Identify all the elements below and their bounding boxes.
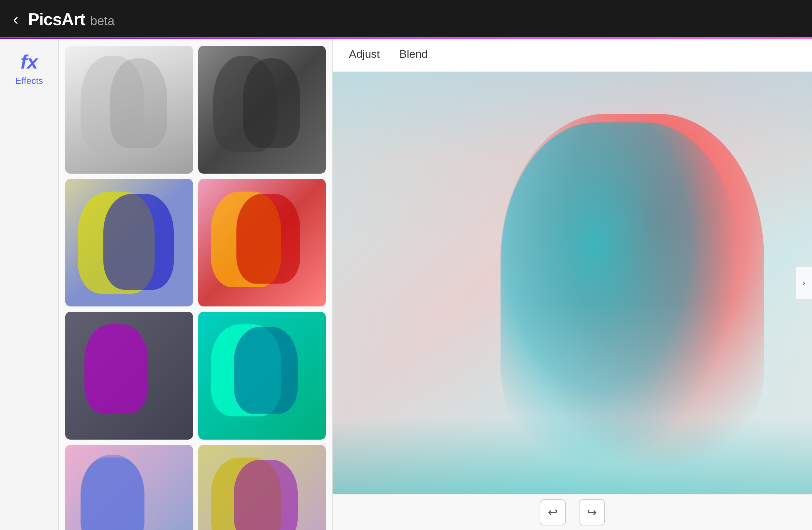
effects-label[interactable]: Effects: [15, 76, 43, 86]
filter-thumb-pink-blue[interactable]: [65, 445, 193, 530]
right-collapse-arrow[interactable]: ›: [796, 267, 812, 299]
app-header: ‹ PicsArt beta: [0, 0, 812, 39]
logo-text: PicsArt: [28, 10, 85, 29]
undo-button[interactable]: ↩: [540, 499, 566, 526]
tab-blend[interactable]: Blend: [400, 48, 428, 63]
filter-thumb-yellow-purple[interactable]: [198, 445, 326, 530]
redo-button[interactable]: ↪: [579, 499, 605, 526]
filter-grid: [65, 46, 326, 530]
sidebar: fx Effects: [0, 39, 59, 530]
tab-adjust[interactable]: Adjust: [349, 48, 380, 63]
filter-thumb-pink-red[interactable]: [198, 179, 326, 307]
main-container: fx Effects: [0, 39, 812, 530]
app-logo: PicsArt beta: [28, 10, 114, 29]
content-toolbar: Adjust Blend: [333, 39, 812, 72]
filter-thumb-bw[interactable]: [198, 46, 326, 173]
bottom-toolbar: ↩ ↪: [333, 494, 812, 530]
canvas-area: ›: [333, 72, 812, 494]
filter-thumb-cyan-green[interactable]: [198, 312, 326, 440]
filter-thumb-gray-purple[interactable]: [65, 312, 193, 440]
logo-beta: beta: [90, 14, 114, 28]
fx-icon[interactable]: fx: [20, 52, 38, 72]
filter-thumb-yellow-blue[interactable]: [65, 179, 193, 307]
back-button[interactable]: ‹: [13, 11, 18, 27]
filter-panel: ‹: [59, 39, 333, 530]
main-preview-image: [333, 72, 812, 494]
filter-thumb-original[interactable]: [65, 46, 193, 173]
content-area: Adjust Blend › ↩ ↪: [333, 39, 812, 530]
flowers-overlay: [333, 304, 812, 494]
